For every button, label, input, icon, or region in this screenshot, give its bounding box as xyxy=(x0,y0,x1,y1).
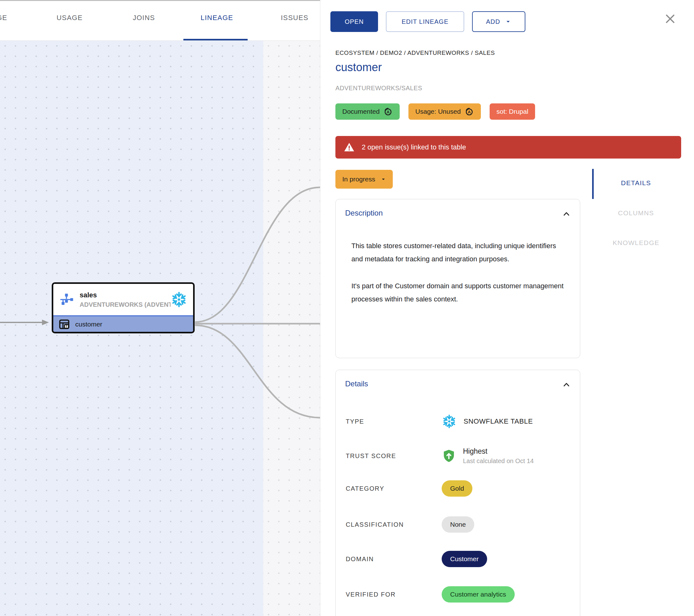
add-button[interactable]: ADD xyxy=(472,11,525,32)
side-tab-details[interactable]: DETAILS xyxy=(621,179,651,187)
usage-badge[interactable]: Usage: Unused A xyxy=(408,104,481,120)
detail-row-classification: CLASSIFICATION None xyxy=(346,515,570,535)
snowflake-icon xyxy=(170,291,187,308)
breadcrumb[interactable]: ECOSYSTEM / DEMO2 / ADVENTUREWORKS / SAL… xyxy=(335,50,495,56)
node-table-label: customer xyxy=(75,320,102,328)
detail-row-domain: DOMAIN Customer xyxy=(346,549,570,569)
detail-row-category: CATEGORY Gold xyxy=(346,479,570,499)
node-subtitle: ADVENTUREWORKS (ADVENT… xyxy=(79,301,170,308)
active-rail-indicator xyxy=(592,169,594,199)
lineage-app: GE USAGE JOINS LINEAGE ISSUES xyxy=(0,0,694,616)
details-card: Details TYPE xyxy=(335,370,580,616)
auto-generated-icon: A xyxy=(383,107,393,116)
page-subtitle: ADVENTUREWORKS/SALES xyxy=(335,85,422,92)
trust-score-value: Highest xyxy=(463,447,534,455)
auto-generated-icon: A xyxy=(464,107,474,116)
tab-usage[interactable]: USAGE xyxy=(56,14,83,22)
description-body: This table stores customer-related data,… xyxy=(351,239,566,320)
detail-label: VERIFIED FOR xyxy=(346,591,442,598)
detail-label: DOMAIN xyxy=(346,556,442,563)
detail-row-type: TYPE SNOWFLAKE TABLE xyxy=(346,411,570,431)
tab-lineage[interactable]: LINEAGE xyxy=(201,14,233,22)
edge-arrowhead xyxy=(42,320,49,325)
tab-issues[interactable]: ISSUES xyxy=(281,14,308,22)
badge-label: Documented xyxy=(342,108,380,115)
chevron-down-icon xyxy=(380,176,386,182)
close-icon[interactable] xyxy=(664,13,676,25)
node-header[interactable]: sales ADVENTUREWORKS (ADVENT… xyxy=(53,284,193,315)
type-value: SNOWFLAKE TABLE xyxy=(463,417,533,426)
svg-text:A: A xyxy=(468,110,471,114)
description-card: Description This table stores customer-r… xyxy=(335,199,580,358)
sot-badge[interactable]: sot: Drupal xyxy=(490,104,535,120)
side-tab-knowledge[interactable]: KNOWLEDGE xyxy=(613,239,659,247)
details-heading: Details xyxy=(345,379,368,388)
node-table-row-customer[interactable]: T customer xyxy=(53,315,193,332)
add-button-label: ADD xyxy=(486,18,500,25)
status-dropdown[interactable]: In progress xyxy=(335,170,393,189)
schema-icon xyxy=(58,292,75,308)
side-tab-columns[interactable]: COLUMNS xyxy=(618,209,654,217)
node-titles: sales ADVENTUREWORKS (ADVENT… xyxy=(79,291,170,308)
edge-up-curve xyxy=(195,187,320,322)
lineage-canvas[interactable]: sales ADVENTUREWORKS (ADVENT… xyxy=(0,41,320,616)
trust-shield-icon xyxy=(442,449,456,463)
active-tab-underline xyxy=(183,39,248,40)
detail-row-trust-score: TRUST SCORE Highest Last calculated on O… xyxy=(346,443,570,469)
chevron-down-icon xyxy=(505,18,512,25)
open-button[interactable]: OPEN xyxy=(330,11,378,32)
svg-text:A: A xyxy=(386,110,390,114)
top-tab-bar: GE USAGE JOINS LINEAGE ISSUES xyxy=(0,0,320,41)
table-icon: T xyxy=(58,318,70,330)
lineage-node-sales-customer[interactable]: sales ADVENTUREWORKS (ADVENT… xyxy=(52,282,195,333)
status-dropdown-label: In progress xyxy=(342,175,375,183)
edit-lineage-button[interactable]: EDIT LINEAGE xyxy=(386,11,464,32)
page-title: customer xyxy=(335,61,382,74)
detail-row-verified-for: VERIFIED FOR Customer analytics xyxy=(346,584,570,604)
verified-for-pill[interactable]: Customer analytics xyxy=(442,586,515,602)
tab-knowledge-partial[interactable]: GE xyxy=(0,14,7,22)
domain-pill[interactable]: Customer xyxy=(442,551,487,567)
alert-text: 2 open issue(s) linked to this table xyxy=(362,143,466,151)
category-pill[interactable]: Gold xyxy=(442,480,472,497)
badge-label: Usage: Unused xyxy=(415,108,461,115)
node-title: sales xyxy=(79,291,170,299)
warning-icon xyxy=(344,142,355,153)
trust-score-subvalue: Last calculated on Oct 14 xyxy=(463,458,534,465)
detail-label: TYPE xyxy=(346,418,442,425)
badge-row: Documented A Usage: Unused A sot: xyxy=(335,104,535,120)
edge-down-curve xyxy=(195,325,320,418)
detail-label: CLASSIFICATION xyxy=(346,521,442,528)
documented-badge[interactable]: Documented A xyxy=(335,104,400,120)
badge-label: sot: Drupal xyxy=(496,108,529,115)
tab-joins[interactable]: JOINS xyxy=(133,14,155,22)
open-issues-alert[interactable]: 2 open issue(s) linked to this table xyxy=(335,136,681,158)
collapse-chevron-icon[interactable] xyxy=(562,380,571,390)
detail-label: CATEGORY xyxy=(346,485,442,492)
detail-label: TRUST SCORE xyxy=(346,452,442,460)
classification-pill[interactable]: None xyxy=(442,516,474,533)
detail-panel: OPEN EDIT LINEAGE ADD ECOSYSTEM / DEMO2 … xyxy=(320,0,694,616)
snowflake-icon xyxy=(442,414,457,429)
description-paragraph: This table stores customer-related data,… xyxy=(351,239,566,266)
collapse-chevron-icon[interactable] xyxy=(562,209,571,219)
description-heading: Description xyxy=(345,209,383,218)
svg-text:T: T xyxy=(66,324,68,328)
description-paragraph: It's part of the Customer domain and sup… xyxy=(351,279,566,306)
